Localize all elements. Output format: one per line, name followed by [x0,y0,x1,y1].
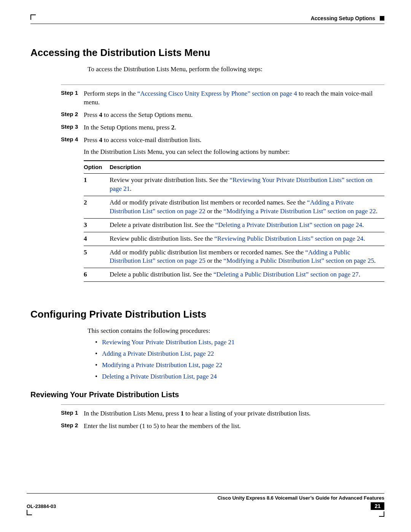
header-chapter: Accessing Setup Options [311,15,375,21]
section2-intro: This section contains the following proc… [88,327,384,335]
step-row: Step 2 Press 4 to access the Setup Optio… [61,111,384,120]
footer-doc-title: Cisco Unity Express 8.6 Voicemail User’s… [27,495,384,501]
list-item[interactable]: Deleting a Private Distribution List, pa… [95,373,384,380]
link-modify-private[interactable]: “Modifying a Private Distribution List” … [223,208,376,215]
opt-desc: Add or modify public distribution list m… [110,246,384,268]
page-number-badge: 21 [371,502,384,510]
step-body: Press 4 to access voice-mail distributio… [84,136,384,282]
step-body: In the Setup Options menu, press 2. [84,123,384,132]
link-delete-private[interactable]: “Deleting a Private Distribution List” s… [215,221,362,228]
list-item[interactable]: Reviewing Your Private Distribution List… [95,339,384,346]
footer-rule [27,493,384,494]
steps-rule-2 [61,404,384,405]
subsection-steps: Step 1 In the Distribution Lists Menu, p… [61,409,384,431]
table-row: 4 Review public distribution lists. See … [84,232,384,246]
step-row: Step 1 Perform steps in the “Accessing C… [61,89,384,107]
step-label: Step 1 [61,409,84,416]
opt-desc: Add or modify private distribution list … [110,196,384,218]
section-title-dist-menu: Accessing the Distribution Lists Menu [30,47,384,59]
link-review-public[interactable]: “Reviewing Public Distribution Lists” se… [214,235,363,242]
list-item[interactable]: Adding a Private Distribution List, page… [95,350,384,358]
step-label: Step 1 [61,89,84,96]
options-table: Option Description 1 Review your private… [84,160,384,282]
step-row: Step 3 In the Setup Options menu, press … [61,123,384,132]
step-row: Step 1 In the Distribution Lists Menu, p… [61,409,384,418]
col-option: Option [84,161,110,174]
step-label: Step 3 [61,123,84,130]
link-accessing-cue[interactable]: “Accessing Cisco Unity Express by Phone”… [137,90,297,97]
table-row: 6 Delete a public distribution list. See… [84,268,384,282]
col-description: Description [110,161,384,174]
crop-mark-tl [30,14,36,20]
link-modify-public[interactable]: “Modifying a Public Distribution List” s… [223,257,374,264]
opt-desc: Review your private distribution lists. … [110,173,384,196]
table-row: 5 Add or modify public distribution list… [84,246,384,268]
step-body: Enter the list number (1 to 5) to hear t… [84,422,384,431]
link-delete-public[interactable]: “Deleting a Public Distribution List” se… [213,271,358,278]
page-footer: Cisco Unity Express 8.6 Voicemail User’s… [27,493,384,517]
step-label: Step 2 [61,111,84,117]
section1-intro: To access the Distribution Lists Menu, p… [88,66,384,73]
step-body: Press 4 to access the Setup Options menu… [84,111,384,120]
step-body: Perform steps in the “Accessing Cisco Un… [84,89,384,107]
link-review-private[interactable]: “Reviewing Your Private Distribution Lis… [110,176,373,192]
table-row: 3 Delete a private distribution list. Se… [84,218,384,232]
step-row: Step 2 Enter the list number (1 to 5) to… [61,422,384,431]
table-row: 1 Review your private distribution lists… [84,173,384,196]
crop-mark-br [379,511,384,517]
step-row: Step 4 Press 4 to access voice-mail dist… [61,136,384,282]
step-label: Step 4 [61,136,84,142]
step4-followup: In the Distribution Lists Menu, you can … [84,148,384,157]
section-title-config-private: Configuring Private Distribution Lists [30,308,384,320]
crop-mark-bl [27,510,32,515]
header-rule [30,24,384,24]
procedures-list: Reviewing Your Private Distribution List… [95,339,384,380]
opt-desc: Review public distribution lists. See th… [110,232,384,246]
step-label: Step 2 [61,422,84,428]
list-item[interactable]: Modifying a Private Distribution List, p… [95,361,384,369]
section1-steps: Step 1 Perform steps in the “Accessing C… [61,89,384,282]
footer-doc-id: OL-23884-03 [27,503,56,509]
steps-rule-1 [61,85,384,85]
header-square-icon [380,16,384,21]
opt-desc: Delete a public distribution list. See t… [110,268,384,282]
table-row: 2 Add or modify private distribution lis… [84,196,384,218]
step-body: In the Distribution Lists Menu, press 1 … [84,409,384,418]
opt-desc: Delete a private distribution list. See … [110,218,384,232]
page-header: Accessing Setup Options [30,15,384,21]
subsection-title-review-private: Reviewing Your Private Distribution List… [30,390,384,399]
